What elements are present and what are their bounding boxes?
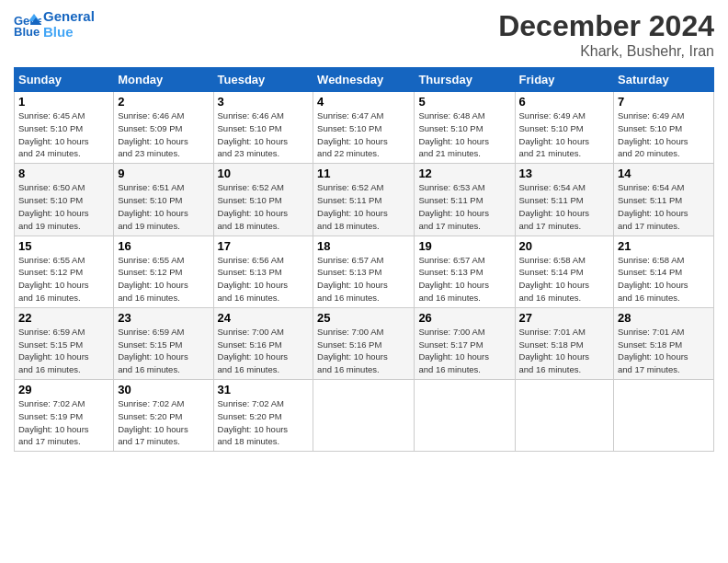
day-info: Sunrise: 6:51 AM Sunset: 5:10 PM Dayligh… [118,182,188,230]
day-number: 26 [418,311,510,325]
day-cell: 23Sunrise: 6:59 AM Sunset: 5:15 PM Dayli… [114,307,213,379]
day-cell: 28Sunrise: 7:01 AM Sunset: 5:18 PM Dayli… [614,307,714,379]
day-number: 14 [618,167,710,180]
day-cell: 15Sunrise: 6:55 AM Sunset: 5:12 PM Dayli… [15,236,114,307]
day-cell: 29Sunrise: 7:02 AM Sunset: 5:19 PM Dayli… [15,380,114,452]
day-info: Sunrise: 6:45 AM Sunset: 5:10 PM Dayligh… [18,110,89,158]
day-info: Sunrise: 6:46 AM Sunset: 5:10 PM Dayligh… [218,110,289,158]
weekday-monday: Monday [114,68,213,92]
day-cell: 16Sunrise: 6:55 AM Sunset: 5:12 PM Dayli… [114,236,213,307]
title-section: December 2024 Khark, Bushehr, Iran [498,9,714,60]
day-number: 1 [18,95,109,109]
day-number: 2 [118,95,209,109]
day-info: Sunrise: 6:54 AM Sunset: 5:11 PM Dayligh… [519,182,590,230]
week-row-5: 29Sunrise: 7:02 AM Sunset: 5:19 PM Dayli… [15,380,714,452]
day-number: 30 [118,383,209,396]
day-cell: 17Sunrise: 6:56 AM Sunset: 5:13 PM Dayli… [213,236,313,307]
day-number: 29 [18,383,109,396]
day-info: Sunrise: 6:53 AM Sunset: 5:11 PM Dayligh… [418,182,489,230]
day-cell: 11Sunrise: 6:52 AM Sunset: 5:11 PM Dayli… [313,164,415,236]
day-cell: 6Sunrise: 6:49 AM Sunset: 5:10 PM Daylig… [515,92,614,164]
day-number: 23 [118,311,209,325]
day-cell: 1Sunrise: 6:45 AM Sunset: 5:10 PM Daylig… [15,92,114,164]
day-cell: 31Sunrise: 7:02 AM Sunset: 5:20 PM Dayli… [213,380,313,452]
week-row-1: 1Sunrise: 6:45 AM Sunset: 5:10 PM Daylig… [15,92,714,164]
day-cell: 20Sunrise: 6:58 AM Sunset: 5:14 PM Dayli… [515,236,614,307]
day-cell: 12Sunrise: 6:53 AM Sunset: 5:11 PM Dayli… [415,164,515,236]
day-number: 31 [218,383,310,396]
day-info: Sunrise: 6:46 AM Sunset: 5:09 PM Dayligh… [118,110,188,158]
day-number: 17 [218,239,310,253]
day-cell: 14Sunrise: 6:54 AM Sunset: 5:11 PM Dayli… [614,164,714,236]
day-number: 9 [118,167,209,180]
day-number: 7 [618,95,710,109]
week-row-4: 22Sunrise: 6:59 AM Sunset: 5:15 PM Dayli… [15,307,714,379]
day-number: 27 [519,311,610,325]
day-cell [415,380,515,452]
day-cell: 30Sunrise: 7:02 AM Sunset: 5:20 PM Dayli… [114,380,213,452]
day-info: Sunrise: 6:52 AM Sunset: 5:10 PM Dayligh… [218,182,289,230]
day-info: Sunrise: 6:59 AM Sunset: 5:15 PM Dayligh… [118,327,188,374]
weekday-saturday: Saturday [614,68,714,92]
day-info: Sunrise: 6:49 AM Sunset: 5:10 PM Dayligh… [618,110,688,158]
day-info: Sunrise: 6:47 AM Sunset: 5:10 PM Dayligh… [317,110,388,158]
day-cell: 25Sunrise: 7:00 AM Sunset: 5:16 PM Dayli… [313,307,415,379]
day-cell: 24Sunrise: 7:00 AM Sunset: 5:16 PM Dayli… [213,307,313,379]
day-info: Sunrise: 7:01 AM Sunset: 5:18 PM Dayligh… [618,327,688,374]
logo-icon: General Blue [14,12,41,38]
day-info: Sunrise: 7:00 AM Sunset: 5:17 PM Dayligh… [418,327,489,374]
week-row-2: 8Sunrise: 6:50 AM Sunset: 5:10 PM Daylig… [15,164,714,236]
day-info: Sunrise: 6:57 AM Sunset: 5:13 PM Dayligh… [317,255,388,303]
day-cell: 18Sunrise: 6:57 AM Sunset: 5:13 PM Dayli… [313,236,415,307]
calendar-table: SundayMondayTuesdayWednesdayThursdayFrid… [14,67,714,452]
day-cell: 10Sunrise: 6:52 AM Sunset: 5:10 PM Dayli… [213,164,313,236]
day-cell: 27Sunrise: 7:01 AM Sunset: 5:18 PM Dayli… [515,307,614,379]
day-info: Sunrise: 6:55 AM Sunset: 5:12 PM Dayligh… [118,255,188,303]
day-number: 5 [418,95,510,109]
month-title: December 2024 [498,9,714,43]
weekday-wednesday: Wednesday [313,68,415,92]
day-cell: 2Sunrise: 6:46 AM Sunset: 5:09 PM Daylig… [114,92,213,164]
day-info: Sunrise: 6:58 AM Sunset: 5:14 PM Dayligh… [519,255,590,303]
day-info: Sunrise: 6:56 AM Sunset: 5:13 PM Dayligh… [218,255,289,303]
day-number: 18 [317,239,410,253]
day-info: Sunrise: 6:50 AM Sunset: 5:10 PM Dayligh… [18,182,89,230]
weekday-sunday: Sunday [15,68,114,92]
day-info: Sunrise: 6:54 AM Sunset: 5:11 PM Dayligh… [618,182,688,230]
day-number: 13 [519,167,610,180]
day-number: 19 [418,239,510,253]
day-info: Sunrise: 7:00 AM Sunset: 5:16 PM Dayligh… [317,327,388,374]
page-header: General Blue General Blue December 2024 … [14,9,714,60]
location: Khark, Bushehr, Iran [498,43,714,60]
day-cell: 5Sunrise: 6:48 AM Sunset: 5:10 PM Daylig… [415,92,515,164]
day-info: Sunrise: 6:57 AM Sunset: 5:13 PM Dayligh… [418,255,489,303]
day-info: Sunrise: 7:01 AM Sunset: 5:18 PM Dayligh… [519,327,590,374]
day-number: 22 [18,311,109,325]
day-cell: 22Sunrise: 6:59 AM Sunset: 5:15 PM Dayli… [15,307,114,379]
day-info: Sunrise: 6:52 AM Sunset: 5:11 PM Dayligh… [317,182,388,230]
day-cell: 21Sunrise: 6:58 AM Sunset: 5:14 PM Dayli… [614,236,714,307]
day-cell [515,380,614,452]
day-info: Sunrise: 6:58 AM Sunset: 5:14 PM Dayligh… [618,255,688,303]
day-cell [614,380,714,452]
day-cell: 7Sunrise: 6:49 AM Sunset: 5:10 PM Daylig… [614,92,714,164]
day-number: 3 [218,95,310,109]
weekday-header-row: SundayMondayTuesdayWednesdayThursdayFrid… [15,68,714,92]
day-cell: 8Sunrise: 6:50 AM Sunset: 5:10 PM Daylig… [15,164,114,236]
day-info: Sunrise: 6:55 AM Sunset: 5:12 PM Dayligh… [18,255,89,303]
day-info: Sunrise: 7:02 AM Sunset: 5:19 PM Dayligh… [18,398,89,446]
day-number: 28 [618,311,710,325]
weekday-friday: Friday [515,68,614,92]
day-number: 6 [519,95,610,109]
day-cell: 13Sunrise: 6:54 AM Sunset: 5:11 PM Dayli… [515,164,614,236]
day-number: 20 [519,239,610,253]
day-info: Sunrise: 6:49 AM Sunset: 5:10 PM Dayligh… [519,110,590,158]
day-number: 16 [118,239,209,253]
day-number: 4 [317,95,410,109]
day-number: 15 [18,239,109,253]
logo: General Blue General Blue [14,9,95,40]
day-number: 21 [618,239,710,253]
logo-blue: Blue [43,24,74,40]
weekday-thursday: Thursday [415,68,515,92]
day-number: 11 [317,167,410,180]
